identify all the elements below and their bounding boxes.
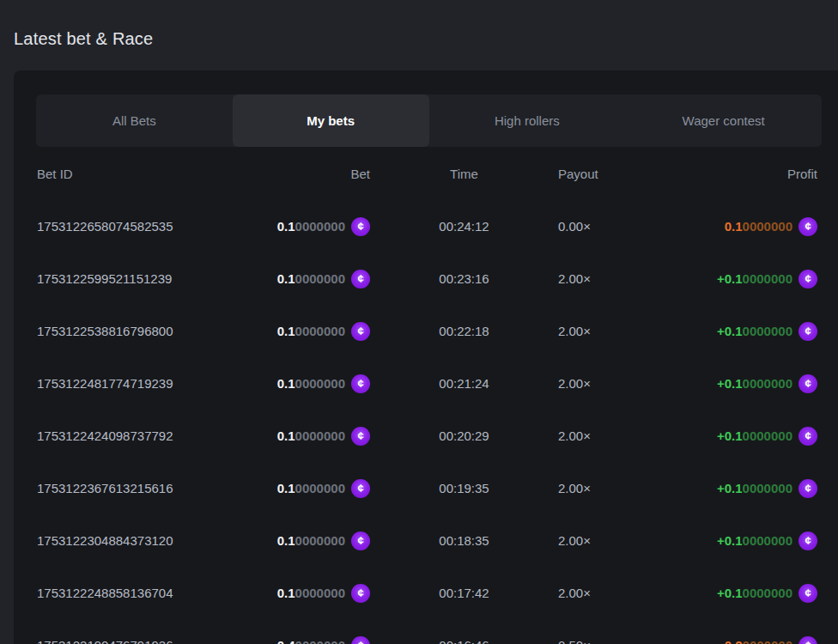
bet-profit-value: +0.10000000	[717, 376, 792, 391]
bet-amount-value: 0.10000000	[277, 271, 345, 286]
bet-profit: +0.10000000 ¢	[670, 322, 817, 341]
bet-profit-value: +0.10000000	[717, 586, 792, 600]
header-profit: Profit	[670, 167, 817, 181]
bet-profit-value: +0.10000000	[717, 271, 792, 286]
bet-amount-value: 0.10000000	[277, 533, 345, 548]
bet-row[interactable]: 1753122538816796800 0.10000000 ¢ 00:22:1…	[37, 305, 817, 357]
bet-profit-value: +0.10000000	[717, 428, 792, 443]
cent-coin-icon: ¢	[351, 427, 370, 446]
bet-id: 1753122248858136704	[37, 586, 222, 600]
bet-row[interactable]: 1753122424098737792 0.10000000 ¢ 00:20:2…	[37, 410, 817, 462]
bet-time: 00:20:29	[370, 428, 558, 443]
bet-row[interactable]: 1753122481774719239 0.10000000 ¢ 00:21:2…	[37, 357, 817, 410]
bet-profit-value: +0.10000000	[717, 324, 792, 338]
cent-coin-icon: ¢	[799, 270, 817, 289]
bet-profit: +0.10000000 ¢	[670, 270, 817, 289]
bet-id: 1753122538816796800	[37, 324, 222, 338]
cent-coin-icon: ¢	[799, 427, 817, 446]
bet-payout: 2.00×	[558, 324, 670, 338]
bet-time: 00:17:42	[370, 586, 558, 600]
tab-all-bets[interactable]: All Bets	[36, 94, 233, 147]
cent-coin-icon: ¢	[351, 479, 370, 498]
bet-id: 1753122599521151239	[37, 271, 222, 286]
bet-amount-value: 0.10000000	[277, 481, 345, 495]
bet-id: 1753122304884373120	[37, 533, 222, 548]
bet-profit: 0.20000000 ¢	[670, 636, 817, 644]
cent-coin-icon: ¢	[351, 584, 370, 603]
header-payout: Payout	[558, 167, 670, 181]
bet-row[interactable]: 1753122367613215616 0.10000000 ¢ 00:19:3…	[37, 462, 817, 514]
bet-amount-value: 0.40000000	[277, 638, 345, 644]
bet-row[interactable]: 1753122658074582535 0.10000000 ¢ 00:24:1…	[37, 200, 817, 252]
bet-payout: 2.00×	[558, 533, 670, 548]
bet-profit: +0.10000000 ¢	[670, 479, 817, 498]
bet-id: 1753122658074582535	[37, 219, 222, 234]
cent-coin-icon: ¢	[799, 479, 817, 498]
page-title: Latest bet & Race	[14, 29, 838, 49]
bet-amount: 0.10000000 ¢	[222, 322, 370, 341]
cent-coin-icon: ¢	[351, 270, 370, 289]
bet-amount-value: 0.10000000	[277, 586, 345, 600]
bet-profit-value: +0.10000000	[717, 481, 792, 495]
bet-payout: 2.00×	[558, 481, 670, 495]
bet-time: 00:16:46	[370, 638, 558, 644]
bet-time: 00:22:18	[370, 324, 558, 338]
bet-payout: 2.00×	[558, 428, 670, 443]
bet-row[interactable]: 1753122599521151239 0.10000000 ¢ 00:23:1…	[37, 252, 817, 305]
bet-profit: 0.10000000 ¢	[670, 217, 817, 236]
bet-amount-value: 0.10000000	[277, 219, 345, 234]
latest-bets-card: All Bets My bets High rollers Wager cont…	[14, 70, 838, 644]
bet-payout: 0.50×	[558, 638, 670, 644]
bet-id: 1753122481774719239	[37, 376, 222, 391]
cent-coin-icon: ¢	[351, 636, 370, 644]
bet-row[interactable]: 1753122248858136704 0.10000000 ¢ 00:17:4…	[37, 567, 817, 619]
bet-profit: +0.10000000 ¢	[670, 584, 817, 603]
cent-coin-icon: ¢	[799, 374, 817, 393]
bet-payout: 2.00×	[558, 376, 670, 391]
tab-my-bets[interactable]: My bets	[233, 94, 429, 147]
bet-amount: 0.10000000 ¢	[222, 532, 370, 550]
cent-coin-icon: ¢	[351, 217, 370, 236]
cent-coin-icon: ¢	[799, 322, 817, 341]
bet-amount-value: 0.10000000	[277, 428, 345, 443]
bet-amount: 0.10000000 ¢	[222, 427, 370, 446]
bet-time: 00:19:35	[370, 481, 558, 495]
tab-wager-contest[interactable]: Wager contest	[625, 94, 822, 147]
bet-row[interactable]: 1753122304884373120 0.10000000 ¢ 00:18:3…	[37, 514, 817, 567]
bet-amount: 0.10000000 ¢	[222, 479, 370, 498]
bet-id: 1753122367613215616	[37, 481, 222, 495]
bet-amount-value: 0.10000000	[277, 324, 345, 338]
bet-payout: 2.00×	[558, 586, 670, 600]
bets-tabbar: All Bets My bets High rollers Wager cont…	[36, 94, 822, 147]
cent-coin-icon: ¢	[351, 532, 370, 550]
cent-coin-icon: ¢	[799, 636, 817, 644]
bet-row[interactable]: 1753122190476791936 0.40000000 ¢ 00:16:4…	[37, 619, 817, 644]
cent-coin-icon: ¢	[351, 322, 370, 341]
bet-profit: +0.10000000 ¢	[670, 427, 817, 446]
bet-id: 1753122424098737792	[37, 428, 222, 443]
bet-amount: 0.10000000 ¢	[222, 584, 370, 603]
bet-amount-value: 0.10000000	[277, 376, 345, 391]
cent-coin-icon: ¢	[351, 374, 370, 393]
header-bet: Bet	[222, 167, 370, 181]
bet-amount: 0.10000000 ¢	[222, 270, 370, 289]
bet-profit: +0.10000000 ¢	[670, 532, 817, 550]
bet-payout: 0.00×	[558, 219, 670, 234]
bet-payout: 2.00×	[558, 271, 670, 286]
tab-high-rollers[interactable]: High rollers	[429, 94, 626, 147]
bet-id: 1753122190476791936	[37, 638, 222, 644]
bet-amount: 0.10000000 ¢	[222, 217, 370, 236]
bet-time: 00:21:24	[370, 376, 558, 391]
bet-amount: 0.10000000 ¢	[222, 374, 370, 393]
bet-time: 00:18:35	[370, 533, 558, 548]
bet-time: 00:24:12	[370, 219, 558, 234]
cent-coin-icon: ¢	[799, 217, 817, 236]
header-bet-id: Bet ID	[37, 167, 222, 181]
bet-time: 00:23:16	[370, 271, 558, 286]
bet-profit: +0.10000000 ¢	[670, 374, 817, 393]
bet-profit-value: +0.10000000	[717, 533, 792, 548]
bets-table-header: Bet ID Bet Time Payout Profit	[37, 147, 817, 200]
header-time: Time	[370, 167, 558, 181]
bet-profit-value: 0.20000000	[725, 638, 792, 644]
cent-coin-icon: ¢	[799, 532, 817, 550]
